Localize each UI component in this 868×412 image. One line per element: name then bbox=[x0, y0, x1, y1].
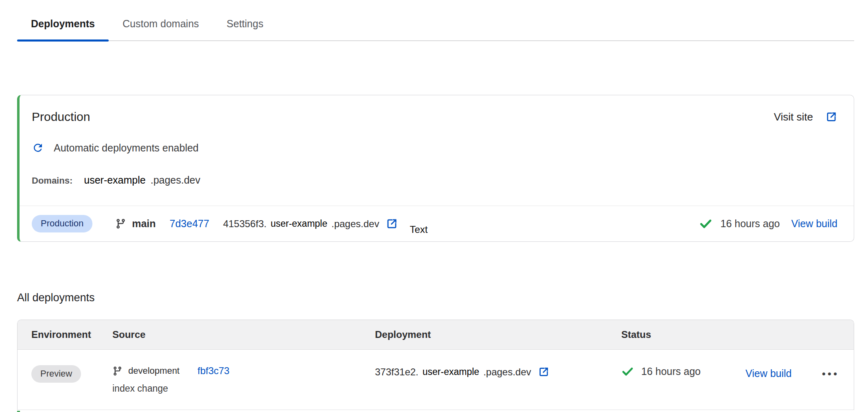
view-build-link[interactable]: View build bbox=[745, 368, 792, 379]
pages-project-screen: Deployments Custom domains Settings Prod… bbox=[0, 0, 868, 412]
check-icon bbox=[621, 365, 634, 378]
deploy-time: 16 hours ago bbox=[721, 218, 780, 230]
deployment-url-name: user-example bbox=[423, 366, 479, 377]
deploy-time: 16 hours ago bbox=[641, 366, 701, 377]
environment-badge-production: Production bbox=[32, 215, 92, 232]
commit-message: index change bbox=[112, 383, 375, 394]
cell-row-menu: ••• bbox=[809, 365, 854, 379]
domain-name: user-example bbox=[84, 174, 145, 186]
column-header-source: Source bbox=[112, 329, 375, 340]
table-row: Preview development fbf3c73 index change… bbox=[18, 350, 854, 410]
cell-deployment: 373f31e2. user-example .pages.dev bbox=[375, 365, 621, 378]
git-branch-icon bbox=[112, 366, 123, 376]
cell-view-build: View build bbox=[745, 365, 809, 379]
annotation-text: Text bbox=[410, 224, 427, 235]
automatic-deployments-text: Automatic deployments enabled bbox=[54, 142, 199, 154]
all-deployments-heading: All deployments bbox=[17, 291, 854, 304]
external-link-icon[interactable] bbox=[538, 366, 550, 378]
view-build-link[interactable]: View build bbox=[791, 218, 837, 230]
production-card-main: Production Visit site bbox=[20, 95, 854, 206]
deployment-url-suffix: .pages.dev bbox=[331, 218, 379, 230]
tab-custom-domains[interactable]: Custom domains bbox=[109, 11, 213, 40]
deployment-url-name: user-example bbox=[271, 218, 327, 229]
domains-label: Domains: bbox=[32, 175, 72, 186]
deployment-url: 415356f3. user-example .pages.dev bbox=[223, 217, 399, 230]
refresh-icon bbox=[32, 142, 44, 154]
production-card: Production Visit site bbox=[17, 95, 854, 242]
external-link-icon bbox=[825, 111, 837, 123]
check-icon bbox=[699, 217, 712, 230]
visit-site-link[interactable]: Visit site bbox=[774, 111, 837, 123]
visit-site-label: Visit site bbox=[774, 111, 813, 123]
deployment-url-prefix: 415356f3. bbox=[223, 218, 267, 230]
external-link-icon[interactable] bbox=[386, 217, 398, 230]
cell-status: 16 hours ago bbox=[621, 365, 745, 378]
column-header-deployment: Deployment bbox=[375, 329, 621, 340]
commit-link[interactable]: fbf3c73 bbox=[197, 365, 230, 377]
cell-environment: Preview bbox=[31, 365, 112, 383]
cell-source: development fbf3c73 index change bbox=[112, 365, 375, 394]
column-header-status: Status bbox=[621, 329, 745, 340]
domain-suffix: .pages.dev bbox=[151, 174, 200, 186]
deployments-table: Environment Source Deployment Status Pre… bbox=[17, 320, 854, 410]
branch-name: development bbox=[128, 366, 180, 376]
column-header-environment: Environment bbox=[31, 329, 112, 340]
tab-deployments[interactable]: Deployments bbox=[17, 11, 109, 40]
tab-settings[interactable]: Settings bbox=[213, 11, 277, 40]
commit-link[interactable]: 7d3e477 bbox=[170, 218, 209, 230]
deployment-url-prefix: 373f31e2. bbox=[375, 366, 419, 378]
git-branch-icon bbox=[115, 218, 126, 229]
deployment-url-suffix: .pages.dev bbox=[483, 366, 531, 378]
environment-badge-preview: Preview bbox=[31, 365, 81, 383]
branch-name: main bbox=[132, 218, 156, 230]
deployments-table-header: Environment Source Deployment Status bbox=[18, 320, 854, 350]
tab-bar: Deployments Custom domains Settings bbox=[17, 0, 854, 41]
row-menu-button[interactable]: ••• bbox=[822, 365, 839, 379]
production-deployment-row: Production main 7d3e477 415356f3. user-e… bbox=[20, 206, 854, 241]
production-card-title: Production bbox=[32, 110, 90, 124]
